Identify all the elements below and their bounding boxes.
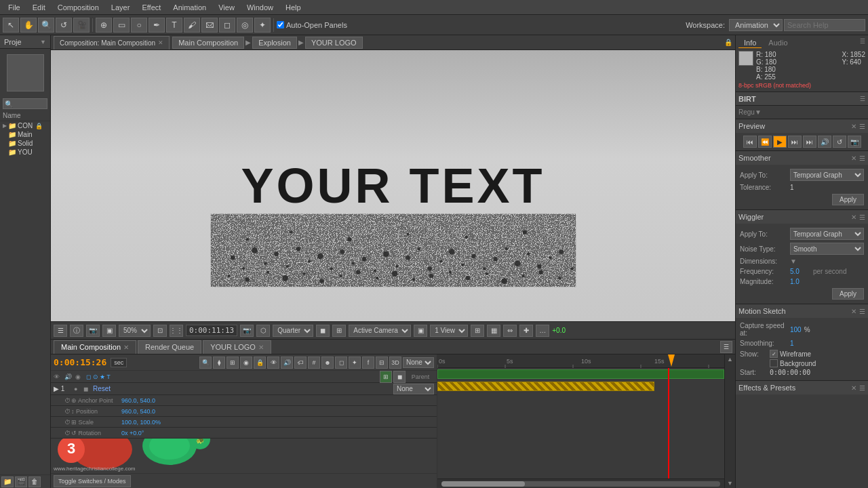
layer-reset-label[interactable]: Reset: [93, 385, 393, 392]
menu-edit[interactable]: Edit: [27, 2, 51, 13]
menu-window[interactable]: Window: [241, 2, 279, 13]
smoother-close[interactable]: ✕: [851, 155, 856, 162]
tl-eff-btn[interactable]: f: [362, 357, 374, 369]
tool-roto[interactable]: ◎: [237, 18, 253, 33]
audio-tab[interactable]: Audio: [763, 38, 793, 48]
project-item-solid[interactable]: 📁 Solid: [0, 139, 50, 148]
tool-cam[interactable]: 🎥: [73, 18, 90, 33]
smoother-apply-btn[interactable]: Apply: [832, 194, 864, 205]
vc-snap-btn[interactable]: 📷: [86, 325, 100, 337]
breadcrumb-yourlogo[interactable]: YOUR LOGO: [305, 37, 363, 49]
motion-menu[interactable]: ☰: [859, 308, 865, 315]
delete-item-btn[interactable]: 🗑: [28, 476, 41, 487]
prev-first-btn[interactable]: ⏮: [743, 136, 757, 148]
tl-search-btn[interactable]: 🔍: [199, 357, 212, 369]
vc-fit-btn[interactable]: ⊡: [153, 325, 167, 337]
tool-hand[interactable]: ✋: [20, 18, 37, 33]
vc-camera-btn[interactable]: 📷: [240, 325, 254, 337]
effects-menu[interactable]: ☰: [859, 384, 865, 392]
tl-tab-main-close[interactable]: ✕: [123, 344, 129, 351]
tl-layer-row-1[interactable]: 👁 🔊 ◉ ◻ ⊙ ★ T ⊞ ◼ Parent: [51, 371, 437, 383]
bday-menu[interactable]: ☰: [860, 96, 865, 102]
vc-3d-btn[interactable]: ▣: [414, 325, 427, 337]
parent-select[interactable]: None: [403, 357, 434, 368]
tl-qual-btn[interactable]: ✦: [349, 357, 361, 369]
search-help-input[interactable]: [784, 19, 865, 31]
project-item-main[interactable]: 📁 Main: [0, 130, 50, 139]
info-menu[interactable]: ☰: [860, 38, 865, 48]
quality-select[interactable]: Quarter: [273, 325, 313, 337]
new-folder-btn[interactable]: 📁: [1, 476, 14, 487]
tl-shy-btn[interactable]: ☻: [321, 357, 334, 369]
prev-snap-btn[interactable]: 📷: [848, 136, 861, 148]
tool-puppet[interactable]: ✦: [254, 18, 271, 33]
tool-text[interactable]: T: [166, 18, 182, 33]
effects-close[interactable]: ✕: [851, 384, 856, 392]
preview-close[interactable]: ✕: [851, 123, 856, 130]
tl-add-marker[interactable]: ⧫: [213, 357, 225, 369]
menu-animation[interactable]: Animation: [167, 2, 212, 13]
vc-ovfl-btn[interactable]: …: [536, 325, 549, 337]
menu-file[interactable]: File: [3, 2, 26, 13]
project-search-input[interactable]: [3, 98, 47, 109]
breadcrumb-explosion[interactable]: Explosion: [252, 37, 297, 49]
view-select[interactable]: 1 View: [430, 325, 468, 337]
tool-pen[interactable]: ✒: [149, 18, 165, 33]
tl-tab-main[interactable]: Main Composition ✕: [54, 340, 136, 354]
comp-tab-close[interactable]: ✕: [158, 39, 163, 46]
tool-rotate[interactable]: ↺: [56, 18, 72, 33]
tl-tab-yourlogo-close[interactable]: ✕: [258, 344, 264, 351]
tool-mask-rect[interactable]: ▭: [113, 18, 130, 33]
comp-tab-main[interactable]: Composition: Main Composition ✕: [54, 36, 170, 49]
layer-mode-1[interactable]: ◼: [393, 371, 406, 383]
prev-rewind-btn[interactable]: ⏪: [758, 136, 772, 148]
tl-cont-btn[interactable]: ◻: [335, 357, 347, 369]
new-comp-btn[interactable]: 🎬: [15, 476, 27, 487]
camera-select[interactable]: Active Camera: [349, 325, 411, 337]
layer-parent-sel-1[interactable]: None: [393, 384, 434, 394]
tl-audio-btn[interactable]: 🔊: [281, 357, 293, 369]
wiggler-noise-select[interactable]: Smooth Jagged: [790, 243, 864, 255]
menu-effect[interactable]: Effect: [136, 2, 166, 13]
tl-comp-btn[interactable]: ⊞: [226, 357, 239, 369]
preview-menu[interactable]: ☰: [859, 123, 865, 130]
vc-opt-btn[interactable]: ◼: [316, 325, 330, 337]
prev-pause-btn[interactable]: ⏭: [788, 136, 802, 148]
wiggler-menu[interactable]: ☰: [859, 214, 865, 221]
tl-3d-btn[interactable]: 3D: [389, 357, 401, 369]
tl-label-btn[interactable]: 🏷: [294, 357, 307, 369]
tl-scroll-up[interactable]: ▲: [725, 354, 735, 364]
tl-scrollbar[interactable]: [437, 479, 724, 488]
zoom-select[interactable]: 50%: [119, 325, 151, 337]
vc-render2-btn[interactable]: ▦: [487, 325, 500, 337]
vc-views-btn[interactable]: ⊞: [471, 325, 484, 337]
tl-lock-btn[interactable]: 🔒: [254, 357, 266, 369]
vc-menu-btn[interactable]: ☰: [54, 325, 67, 337]
wiggler-apply-btn[interactable]: Apply: [832, 288, 864, 300]
tool-paint[interactable]: 🖌: [184, 18, 200, 33]
vc-render-btn[interactable]: ▣: [102, 325, 116, 337]
vc-snap2-btn[interactable]: ⬡: [256, 325, 270, 337]
menu-layer[interactable]: Layer: [106, 2, 136, 13]
vc-stereo-btn[interactable]: ⊞: [332, 325, 346, 337]
smoother-menu[interactable]: ☰: [859, 155, 865, 162]
tool-mask-ellipse[interactable]: ○: [131, 18, 147, 33]
prev-loop-btn[interactable]: ↺: [833, 136, 846, 148]
tl-scroll-thumb[interactable]: [441, 481, 525, 487]
info-tab[interactable]: Info: [738, 38, 762, 48]
layer-switch-1[interactable]: ⊞: [380, 371, 392, 383]
vc-toggle-btn[interactable]: ⇔: [503, 325, 517, 337]
prev-last-btn[interactable]: ⏭: [803, 136, 816, 148]
motion-close[interactable]: ✕: [851, 308, 856, 315]
tl-tab-yourlogo[interactable]: YOUR LOGO ✕: [203, 340, 271, 354]
menu-composition[interactable]: Composition: [52, 2, 104, 13]
tl-scroll-down[interactable]: ▼: [725, 479, 735, 488]
vc-grid-btn[interactable]: ⋮⋮: [170, 325, 183, 337]
tl-num-btn[interactable]: #: [308, 357, 320, 369]
tool-clone[interactable]: 🖂: [201, 18, 218, 33]
tl-vis-btn[interactable]: 👁: [267, 357, 279, 369]
tool-zoom[interactable]: 🔍: [38, 18, 54, 33]
auto-open-checkbox[interactable]: [277, 21, 284, 28]
wiggler-apply-select[interactable]: Temporal Graph: [790, 228, 864, 240]
project-item-con[interactable]: ▶ 📁 CON 🔒: [0, 121, 50, 130]
